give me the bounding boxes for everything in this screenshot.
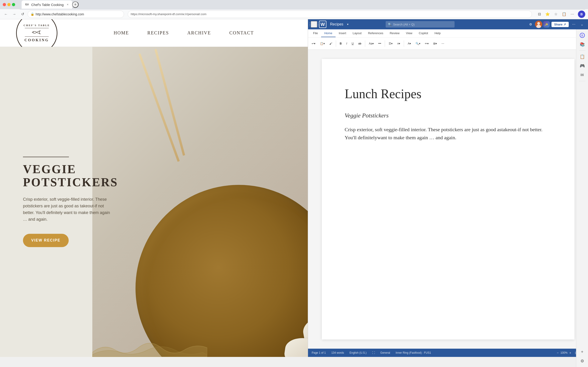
sidebar-games-icon[interactable]: 🎮 (578, 62, 586, 70)
ribbon-sep-1 (336, 40, 336, 47)
ribbon-tab-review[interactable]: Review (387, 30, 403, 37)
doc-name-dropdown-icon[interactable]: ▾ (347, 23, 348, 26)
format-painter-button[interactable]: 🖌 (328, 40, 334, 47)
logo-divider (25, 28, 49, 28)
bullets-button[interactable]: ☰▾ (387, 40, 394, 47)
browser-toolbar: ← → ↺ 🔒 http://www.chefstablecooking.com… (0, 9, 588, 19)
back-button[interactable]: ← (3, 11, 9, 17)
sidebar-history-icon[interactable]: 📋 (578, 52, 586, 61)
word-search-box[interactable]: 🔍 Search (Alt + Q) (386, 21, 455, 27)
highlight-button[interactable]: A▾ (406, 40, 413, 47)
underline-button[interactable]: U (350, 40, 355, 47)
word-settings-button[interactable]: ⚙ (527, 21, 534, 27)
minimize-button[interactable] (7, 3, 10, 6)
ribbon-tab-layout[interactable]: Layout (349, 30, 365, 37)
nav-links: HOME RECIPES ARCHIVE CONTACT (73, 30, 294, 35)
language-indicator: English (U.S.) (350, 351, 367, 354)
new-tab-button[interactable]: + (72, 1, 78, 8)
sidebar-add-icon[interactable]: + (578, 348, 586, 356)
hero-section: VEGGIE POTSTICKERS Crisp exterior, soft … (0, 47, 308, 357)
app-grid-button[interactable]: ⋮⋮⋮ (311, 21, 317, 27)
share-label: Share (554, 23, 562, 26)
refresh-button[interactable]: ↺ (19, 11, 26, 17)
sharepoint-url-bar[interactable]: https://microsoft-my.sharepoint-df.com/w… (128, 10, 532, 18)
chopstick-1 (138, 53, 180, 162)
svg-point-0 (33, 32, 34, 32)
nav-home[interactable]: HOME (114, 30, 129, 35)
ribbon-tab-home[interactable]: Home (321, 30, 336, 37)
word-share-button[interactable]: Share ↗ (552, 22, 569, 27)
strikethrough-button[interactable]: ab (356, 40, 363, 47)
ribbon-tab-copilot[interactable]: Copilot (415, 30, 431, 37)
sidebar-collections-icon[interactable]: 📚 (578, 40, 586, 49)
url-text: https://microsoft-my.sharepoint-df.com/w… (131, 12, 207, 16)
tab-favicon: 🍽 (25, 2, 29, 7)
ribbon-sep-4 (404, 40, 404, 47)
user-avatar[interactable] (535, 21, 542, 28)
word-more-button[interactable]: ⋯ (571, 21, 577, 27)
clipboard-button[interactable]: 📋▾ (318, 40, 327, 47)
ribbon-tab-help[interactable]: Help (431, 30, 444, 37)
word-top-bar: ⋮⋮⋮ W Recipes ▾ 🔍 Search (Alt + Q) ⚙ (308, 19, 588, 29)
security-icon: 🔒 (31, 12, 34, 16)
address-bar[interactable]: 🔒 http://www.chefstablecooking.com (27, 10, 124, 18)
word-top-right-actions: ⚙ ✨ (527, 21, 550, 28)
align-button[interactable]: ≡▾ (395, 40, 402, 47)
find-button[interactable]: 🔍▾ (414, 40, 422, 47)
general-text: General (380, 351, 390, 354)
collections-button[interactable]: 📋 (561, 10, 568, 18)
toolbar-right-icons: ⊟ ⭐ ☆ 📋 ⋯ B (536, 10, 585, 18)
close-button[interactable] (3, 3, 6, 6)
ribbon-sep-3 (385, 40, 385, 47)
ring-indicator: Inner Ring (Fastfood) : FUS1 (396, 351, 431, 354)
more-options-button[interactable]: ⋯ (569, 10, 576, 18)
bing-button[interactable]: B (578, 10, 585, 18)
hero-content: VEGGIE POTSTICKERS Crisp exterior, soft … (23, 157, 110, 247)
food-bg-gradient (92, 47, 308, 357)
ribbon-tab-insert[interactable]: Insert (336, 30, 350, 37)
bold-button[interactable]: B (338, 40, 344, 47)
editor-button[interactable]: ✏▾ (423, 40, 431, 47)
sidebar-copilot-icon[interactable]: B (578, 31, 586, 40)
nav-recipes[interactable]: RECIPES (147, 30, 169, 35)
favorites-icon-button[interactable]: ⭐ (544, 10, 551, 18)
more-format-button[interactable]: ••• (376, 40, 383, 47)
word-copilot-button[interactable]: ✨ (543, 21, 550, 27)
hero-title-line2: POTSTICKERS (23, 176, 118, 189)
font-size-button[interactable]: Aa▾ (367, 40, 376, 47)
nav-archive[interactable]: ARCHIVE (187, 30, 211, 35)
word-document-area: Lunch Recipes Veggie Potstickers Crisp e… (308, 50, 588, 349)
view-recipe-button[interactable]: VIEW RECIPE (23, 234, 69, 247)
forward-button[interactable]: → (11, 11, 17, 17)
undo-button[interactable]: ↩▾ (310, 40, 317, 47)
italic-button[interactable]: I (345, 40, 349, 47)
word-recipe-name: Veggie Potstickers (345, 112, 552, 119)
zoom-out-button[interactable]: − (557, 351, 559, 355)
word-recipe-description: Crisp exterior, soft veggie-filled inter… (345, 125, 552, 142)
zoom-in-button[interactable]: + (569, 351, 571, 355)
word-online-panel: ⋮⋮⋮ W Recipes ▾ 🔍 Search (Alt + Q) ⚙ (308, 19, 588, 357)
word-expand-button[interactable]: ⌄ (579, 21, 585, 27)
active-tab[interactable]: 🍽 Chef's Table Cooking × (22, 0, 72, 9)
word-doc-name-button[interactable]: Recipes (328, 21, 345, 27)
maximize-button[interactable] (12, 3, 15, 6)
tab-close-icon[interactable]: × (67, 3, 69, 6)
bookmark-button[interactable]: ☆ (552, 10, 560, 18)
table-button[interactable]: ⊞▾ (431, 40, 439, 47)
browser-sidebar: B 📚 📋 🎮 ✉ + ⚙ (576, 29, 588, 367)
window-controls (3, 3, 15, 6)
address-text: http://www.chefstablecooking.com (36, 12, 84, 16)
ribbon-tab-view[interactable]: View (403, 30, 415, 37)
hero-title-line1: VEGGIE (23, 163, 76, 176)
nav-contact[interactable]: CONTACT (229, 30, 254, 35)
sidebar-outlook-icon[interactable]: ✉ (578, 71, 586, 79)
ribbon-tab-references[interactable]: References (365, 30, 386, 37)
wooden-plate (136, 185, 308, 357)
cooking-website-panel: CHEF'S TABLE COOKING HOME (0, 19, 308, 357)
wave-decoration (92, 334, 207, 357)
split-screen-button[interactable]: ⊟ (536, 10, 543, 18)
ribbon-tab-file[interactable]: File (310, 30, 321, 37)
ribbon-more-button[interactable]: ⋯ (440, 40, 446, 47)
ribbon-tools-bar: ↩▾ 📋▾ 🖌 B I U ab Aa▾ ••• ☰▾ ≡▾ A▾ (308, 38, 588, 50)
sidebar-settings-icon[interactable]: ⚙ (578, 357, 586, 365)
